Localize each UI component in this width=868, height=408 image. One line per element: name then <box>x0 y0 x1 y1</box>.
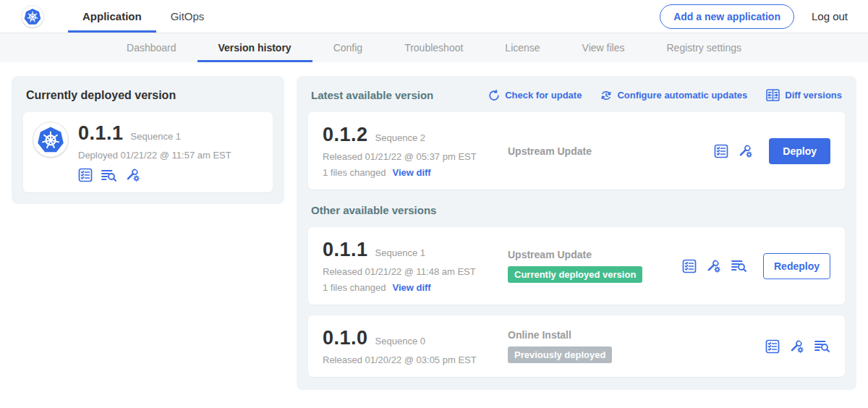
released-timestamp: Released 01/21/22 @ 11:48 am EST <box>323 266 508 277</box>
tab-gitops[interactable]: GitOps <box>156 0 219 33</box>
version-number: 0.1.1 <box>323 239 368 261</box>
version-sequence: Sequence 2 <box>375 132 425 143</box>
currently-deployed-panel: Currently deployed version 0.1 <box>12 76 284 204</box>
wrench-gear-icon[interactable] <box>126 168 140 182</box>
deployed-sequence: Sequence 1 <box>131 131 181 142</box>
check-for-update-link[interactable]: Check for update <box>488 90 582 101</box>
version-source: Upstream Update Currently deployed versi… <box>508 249 682 283</box>
subnav-dashboard[interactable]: Dashboard <box>106 33 197 62</box>
kubernetes-logo <box>22 6 43 27</box>
preflight-checklist-icon[interactable] <box>765 339 780 354</box>
other-versions-title: Other available versions <box>311 204 842 216</box>
files-changed: 1 files changed <box>323 282 386 293</box>
wrench-gear-icon[interactable] <box>707 259 721 273</box>
subnav-registry-settings[interactable]: Registry settings <box>646 33 762 62</box>
deployed-panel-title: Currently deployed version <box>26 89 273 102</box>
version-sequence: Sequence 0 <box>375 336 425 347</box>
source-label: Upstream Update <box>508 249 682 260</box>
logout-link[interactable]: Log out <box>812 10 848 22</box>
version-number: 0.1.0 <box>323 327 368 349</box>
logs-icon[interactable] <box>814 339 830 353</box>
top-bar: Application GitOps Add a new application… <box>0 0 868 33</box>
deployed-version-card: 0.1.1 Sequence 1 Deployed 01/21/22 @ 11:… <box>23 112 273 192</box>
configure-automatic-updates-link[interactable]: Configure automatic updates <box>600 90 747 101</box>
tab-application[interactable]: Application <box>68 0 156 33</box>
version-source: Online Install Previously deployed <box>508 329 765 363</box>
deployed-version-details: 0.1.1 Sequence 1 Deployed 01/21/22 @ 11:… <box>78 122 231 182</box>
top-bar-right: Add a new application Log out <box>660 0 848 33</box>
version-card-0-1-2: 0.1.2 Sequence 2 Released 01/21/22 @ 05:… <box>308 112 845 190</box>
app-subnav: Dashboard Version history Config Trouble… <box>0 33 868 62</box>
subnav-config[interactable]: Config <box>312 33 383 62</box>
version-actions <box>765 339 830 354</box>
version-actions: Deploy <box>714 138 830 164</box>
deployed-timestamp: Deployed 01/21/22 @ 11:57 am EST <box>78 150 231 161</box>
kubernetes-logo-icon <box>37 126 64 153</box>
deploy-button[interactable]: Deploy <box>769 138 830 164</box>
add-application-button[interactable]: Add a new application <box>660 4 794 29</box>
latest-available-title: Latest available version <box>311 89 433 101</box>
view-diff-link[interactable]: View diff <box>392 167 430 178</box>
source-label: Upstream Update <box>508 145 714 157</box>
subnav-license[interactable]: License <box>484 33 561 62</box>
subnav-view-files[interactable]: View files <box>561 33 646 62</box>
configure-automatic-updates-label: Configure automatic updates <box>617 90 747 101</box>
preflight-checklist-icon[interactable] <box>78 168 93 182</box>
preflight-checklist-icon[interactable] <box>714 144 728 158</box>
deployed-version-number: 0.1.1 <box>78 122 124 145</box>
refresh-icon <box>488 90 500 101</box>
diff-icon <box>766 89 780 101</box>
update-actions: Check for update Configure automatic upd… <box>488 89 842 101</box>
released-timestamp: Released 01/21/22 @ 05:37 pm EST <box>323 151 508 162</box>
wrench-gear-icon[interactable] <box>790 339 804 354</box>
logs-icon[interactable] <box>731 259 747 273</box>
app-logo <box>33 122 68 157</box>
files-changed: 1 files changed <box>323 167 386 178</box>
version-number: 0.1.2 <box>323 124 368 146</box>
app-tabs: Application GitOps <box>68 0 218 33</box>
redeploy-button[interactable]: Redeploy <box>763 253 830 279</box>
main-content: Currently deployed version 0.1 <box>0 62 868 390</box>
version-card-0-1-0: 0.1.0 Sequence 0 Released 01/20/22 @ 03:… <box>308 315 845 377</box>
version-card-0-1-1: 0.1.1 Sequence 1 Released 01/21/22 @ 11:… <box>308 227 845 305</box>
logs-icon[interactable] <box>101 169 117 182</box>
subnav-troubleshoot[interactable]: Troubleshoot <box>383 33 484 62</box>
version-actions: Redeploy <box>682 253 830 279</box>
previously-deployed-badge: Previously deployed <box>508 347 612 363</box>
version-info: 0.1.2 Sequence 2 Released 01/21/22 @ 05:… <box>323 124 508 178</box>
diff-versions-link[interactable]: Diff versions <box>766 89 842 101</box>
available-versions-panel: Latest available version Check for updat… <box>297 76 856 390</box>
auto-update-icon <box>600 90 612 101</box>
diff-versions-label: Diff versions <box>785 90 842 101</box>
currently-deployed-badge: Currently deployed version <box>508 266 642 283</box>
version-source: Upstream Update <box>508 145 714 157</box>
wrench-gear-icon[interactable] <box>739 144 753 158</box>
preflight-checklist-icon[interactable] <box>682 259 697 273</box>
kubernetes-logo-icon <box>24 8 41 25</box>
source-label: Online Install <box>508 329 765 341</box>
version-sequence: Sequence 1 <box>375 247 425 258</box>
subnav-version-history[interactable]: Version history <box>197 33 312 62</box>
released-timestamp: Released 01/20/22 @ 03:05 pm EST <box>323 354 508 365</box>
check-for-update-label: Check for update <box>505 90 582 101</box>
tab-application-label: Application <box>82 10 142 22</box>
version-info: 0.1.1 Sequence 1 Released 01/21/22 @ 11:… <box>323 239 508 293</box>
tab-gitops-label: GitOps <box>171 10 205 22</box>
view-diff-link[interactable]: View diff <box>392 282 430 293</box>
version-info: 0.1.0 Sequence 0 Released 01/20/22 @ 03:… <box>323 327 508 365</box>
